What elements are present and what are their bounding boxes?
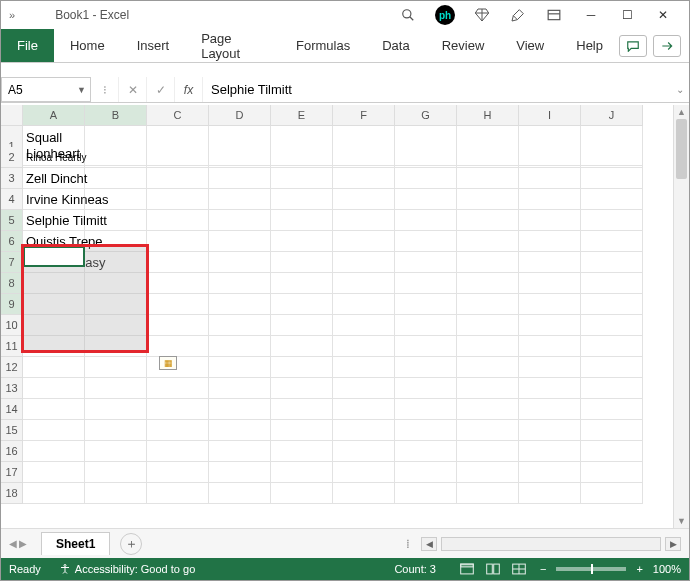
column-header[interactable]: A: [23, 105, 85, 126]
cell[interactable]: [209, 147, 271, 168]
cell[interactable]: [395, 315, 457, 336]
cell[interactable]: [519, 399, 581, 420]
cell[interactable]: [271, 231, 333, 252]
cell[interactable]: [581, 399, 643, 420]
quick-access-more-icon[interactable]: »: [9, 9, 15, 21]
cell[interactable]: [85, 168, 147, 189]
cell[interactable]: [395, 378, 457, 399]
cell[interactable]: [457, 462, 519, 483]
share-button[interactable]: [653, 35, 681, 57]
cell[interactable]: [271, 189, 333, 210]
cell[interactable]: [395, 483, 457, 504]
minimize-button[interactable]: ─: [573, 1, 609, 29]
column-header[interactable]: J: [581, 105, 643, 126]
cell[interactable]: [519, 210, 581, 231]
cell[interactable]: [457, 210, 519, 231]
cell[interactable]: [147, 441, 209, 462]
cell[interactable]: [271, 294, 333, 315]
cell[interactable]: [581, 336, 643, 357]
hscroll-left-icon[interactable]: ◀: [421, 537, 437, 551]
cell[interactable]: [271, 168, 333, 189]
column-header[interactable]: G: [395, 105, 457, 126]
cell[interactable]: [581, 147, 643, 168]
cell[interactable]: [271, 273, 333, 294]
cell[interactable]: [85, 420, 147, 441]
cell[interactable]: [519, 483, 581, 504]
cell[interactable]: [23, 420, 85, 441]
tab-review[interactable]: Review: [426, 29, 501, 62]
hscroll-right-icon[interactable]: ▶: [665, 537, 681, 551]
cell[interactable]: [395, 294, 457, 315]
cell[interactable]: [209, 483, 271, 504]
cell[interactable]: [147, 483, 209, 504]
cell[interactable]: [333, 273, 395, 294]
cell[interactable]: [457, 294, 519, 315]
cell[interactable]: [395, 147, 457, 168]
brush-icon[interactable]: [509, 6, 527, 24]
cell[interactable]: [147, 357, 209, 378]
enter-icon[interactable]: ✓: [147, 77, 175, 102]
cell[interactable]: [581, 168, 643, 189]
cell[interactable]: [271, 252, 333, 273]
fx-icon[interactable]: fx: [175, 77, 203, 102]
cell[interactable]: [457, 357, 519, 378]
cell[interactable]: [581, 483, 643, 504]
cell[interactable]: [85, 147, 147, 168]
cell[interactable]: [85, 462, 147, 483]
cell[interactable]: [333, 231, 395, 252]
cell[interactable]: [333, 483, 395, 504]
column-header[interactable]: B: [85, 105, 147, 126]
cell[interactable]: [519, 168, 581, 189]
tab-data[interactable]: Data: [366, 29, 425, 62]
ribbon-display-icon[interactable]: [545, 6, 563, 24]
cell[interactable]: [457, 252, 519, 273]
cell[interactable]: [23, 273, 85, 294]
cell[interactable]: [147, 315, 209, 336]
cell[interactable]: [395, 420, 457, 441]
cell[interactable]: [209, 315, 271, 336]
formula-input[interactable]: Selphie Tilmitt: [203, 77, 671, 102]
cell[interactable]: [209, 231, 271, 252]
cell[interactable]: [395, 357, 457, 378]
cell[interactable]: [519, 420, 581, 441]
cell[interactable]: [395, 252, 457, 273]
cell[interactable]: [581, 252, 643, 273]
cell[interactable]: [271, 210, 333, 231]
cell[interactable]: [23, 357, 85, 378]
cell[interactable]: [85, 231, 147, 252]
cell[interactable]: [23, 441, 85, 462]
cell[interactable]: [23, 294, 85, 315]
row-header[interactable]: 9: [1, 294, 23, 315]
column-header[interactable]: C: [147, 105, 209, 126]
cell[interactable]: [519, 273, 581, 294]
cell[interactable]: [395, 210, 457, 231]
maximize-button[interactable]: ☐: [609, 1, 645, 29]
row-header[interactable]: 16: [1, 441, 23, 462]
cell[interactable]: [519, 357, 581, 378]
cell[interactable]: Irvine Kinneas: [23, 189, 85, 210]
cell[interactable]: [85, 210, 147, 231]
row-header[interactable]: 12: [1, 357, 23, 378]
cell[interactable]: [395, 231, 457, 252]
cell[interactable]: Zell Dincht: [23, 168, 85, 189]
formula-dropdown-icon[interactable]: ⁝: [91, 77, 119, 102]
cell[interactable]: [333, 420, 395, 441]
cell[interactable]: [147, 273, 209, 294]
cell[interactable]: [85, 378, 147, 399]
cell[interactable]: [581, 441, 643, 462]
cell[interactable]: [581, 189, 643, 210]
row-header[interactable]: 13: [1, 378, 23, 399]
cell[interactable]: [333, 168, 395, 189]
cell[interactable]: [23, 378, 85, 399]
cell[interactable]: [271, 147, 333, 168]
cell[interactable]: [85, 315, 147, 336]
chevron-down-icon[interactable]: ▼: [77, 85, 86, 95]
row-header[interactable]: 14: [1, 399, 23, 420]
cell[interactable]: [333, 336, 395, 357]
page-layout-view-icon[interactable]: [482, 561, 504, 577]
cell[interactable]: [271, 336, 333, 357]
cell[interactable]: [271, 399, 333, 420]
row-header[interactable]: 2: [1, 147, 23, 168]
cell[interactable]: [23, 483, 85, 504]
normal-view-icon[interactable]: [456, 561, 478, 577]
